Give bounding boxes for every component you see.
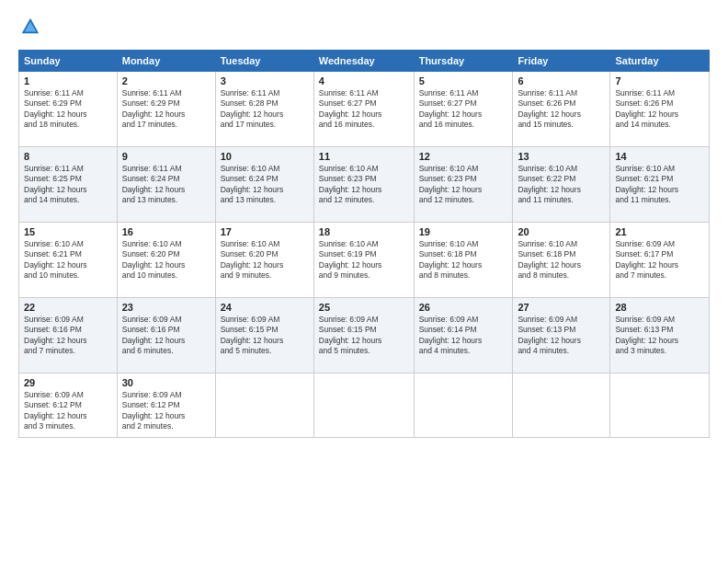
day-number: 7: [615, 75, 704, 86]
calendar-day-cell: 1Sunrise: 6:11 AMSunset: 6:29 PMDaylight…: [19, 72, 118, 147]
calendar-day-cell: 27Sunrise: 6:09 AMSunset: 6:13 PMDayligh…: [513, 298, 610, 373]
day-number: 11: [319, 151, 409, 162]
day-number: 21: [615, 226, 704, 237]
calendar-day-cell: 30Sunrise: 6:09 AMSunset: 6:12 PMDayligh…: [117, 373, 215, 438]
day-info: Sunrise: 6:10 AMSunset: 6:18 PMDaylight:…: [419, 239, 508, 282]
weekday-header: Saturday: [610, 51, 710, 72]
day-number: 13: [518, 151, 605, 162]
day-number: 23: [122, 302, 210, 313]
calendar-day-cell: 10Sunrise: 6:10 AMSunset: 6:24 PMDayligh…: [215, 147, 313, 223]
calendar-day-cell: 8Sunrise: 6:11 AMSunset: 6:25 PMDaylight…: [19, 147, 118, 223]
day-number: 27: [518, 302, 605, 313]
calendar-day-cell: 17Sunrise: 6:10 AMSunset: 6:20 PMDayligh…: [215, 223, 313, 298]
calendar-day-cell: [414, 373, 513, 438]
calendar-day-cell: 12Sunrise: 6:10 AMSunset: 6:23 PMDayligh…: [414, 147, 513, 223]
day-info: Sunrise: 6:09 AMSunset: 6:16 PMDaylight:…: [24, 315, 112, 357]
calendar-day-cell: 6Sunrise: 6:11 AMSunset: 6:26 PMDaylight…: [513, 72, 610, 147]
day-info: Sunrise: 6:09 AMSunset: 6:14 PMDaylight:…: [419, 315, 508, 357]
calendar-day-cell: [215, 373, 313, 438]
day-number: 17: [221, 226, 309, 237]
day-number: 19: [419, 226, 508, 237]
day-number: 12: [419, 151, 508, 162]
day-number: 16: [122, 226, 210, 237]
calendar-day-cell: 5Sunrise: 6:11 AMSunset: 6:27 PMDaylight…: [414, 72, 513, 147]
day-number: 24: [221, 302, 309, 313]
calendar-day-cell: 23Sunrise: 6:09 AMSunset: 6:16 PMDayligh…: [117, 298, 215, 373]
calendar-day-cell: 25Sunrise: 6:09 AMSunset: 6:15 PMDayligh…: [313, 298, 414, 373]
weekday-header: Friday: [513, 51, 610, 72]
calendar-day-cell: [610, 373, 710, 438]
day-info: Sunrise: 6:09 AMSunset: 6:13 PMDaylight:…: [518, 315, 605, 357]
day-info: Sunrise: 6:11 AMSunset: 6:28 PMDaylight:…: [221, 88, 309, 131]
day-number: 22: [24, 302, 112, 313]
calendar-day-cell: 4Sunrise: 6:11 AMSunset: 6:27 PMDaylight…: [313, 72, 414, 147]
logo: [18, 17, 40, 40]
day-info: Sunrise: 6:11 AMSunset: 6:25 PMDaylight:…: [24, 164, 112, 206]
weekday-header: Wednesday: [313, 51, 414, 72]
day-number: 26: [419, 302, 508, 313]
day-info: Sunrise: 6:10 AMSunset: 6:20 PMDaylight:…: [221, 239, 309, 282]
logo-icon: [20, 17, 40, 37]
day-info: Sunrise: 6:11 AMSunset: 6:24 PMDaylight:…: [122, 164, 210, 206]
calendar-day-cell: 9Sunrise: 6:11 AMSunset: 6:24 PMDaylight…: [117, 147, 215, 223]
page: SundayMondayTuesdayWednesdayThursdayFrid…: [0, 0, 728, 563]
calendar-day-cell: 28Sunrise: 6:09 AMSunset: 6:13 PMDayligh…: [610, 298, 710, 373]
calendar-day-cell: 20Sunrise: 6:10 AMSunset: 6:18 PMDayligh…: [513, 223, 610, 298]
day-info: Sunrise: 6:10 AMSunset: 6:20 PMDaylight:…: [122, 239, 210, 282]
calendar-day-cell: 22Sunrise: 6:09 AMSunset: 6:16 PMDayligh…: [19, 298, 118, 373]
calendar-day-cell: 2Sunrise: 6:11 AMSunset: 6:29 PMDaylight…: [117, 72, 215, 147]
calendar-day-cell: 13Sunrise: 6:10 AMSunset: 6:22 PMDayligh…: [513, 147, 610, 223]
day-info: Sunrise: 6:09 AMSunset: 6:12 PMDaylight:…: [122, 390, 210, 432]
day-info: Sunrise: 6:09 AMSunset: 6:17 PMDaylight:…: [615, 239, 704, 282]
day-info: Sunrise: 6:11 AMSunset: 6:29 PMDaylight:…: [122, 88, 210, 131]
day-number: 1: [24, 75, 112, 86]
calendar-day-cell: 21Sunrise: 6:09 AMSunset: 6:17 PMDayligh…: [610, 223, 710, 298]
day-info: Sunrise: 6:10 AMSunset: 6:23 PMDaylight:…: [319, 164, 409, 206]
weekday-header: Monday: [117, 51, 215, 72]
calendar-week-row: 22Sunrise: 6:09 AMSunset: 6:16 PMDayligh…: [19, 298, 710, 373]
calendar-week-row: 8Sunrise: 6:11 AMSunset: 6:25 PMDaylight…: [19, 147, 710, 223]
day-info: Sunrise: 6:09 AMSunset: 6:15 PMDaylight:…: [221, 315, 309, 357]
calendar-day-cell: 7Sunrise: 6:11 AMSunset: 6:26 PMDaylight…: [610, 72, 710, 147]
day-number: 18: [319, 226, 409, 237]
calendar-day-cell: [313, 373, 414, 438]
day-number: 14: [615, 151, 704, 162]
day-info: Sunrise: 6:10 AMSunset: 6:19 PMDaylight:…: [319, 239, 409, 282]
calendar-week-row: 15Sunrise: 6:10 AMSunset: 6:21 PMDayligh…: [19, 223, 710, 298]
day-info: Sunrise: 6:10 AMSunset: 6:18 PMDaylight:…: [518, 239, 605, 282]
day-info: Sunrise: 6:10 AMSunset: 6:21 PMDaylight:…: [24, 239, 112, 282]
calendar-week-row: 1Sunrise: 6:11 AMSunset: 6:29 PMDaylight…: [19, 72, 710, 147]
day-info: Sunrise: 6:11 AMSunset: 6:26 PMDaylight:…: [518, 88, 605, 131]
day-number: 20: [518, 226, 605, 237]
calendar-day-cell: [513, 373, 610, 438]
weekday-header: Tuesday: [215, 51, 313, 72]
day-info: Sunrise: 6:11 AMSunset: 6:29 PMDaylight:…: [24, 88, 112, 131]
day-info: Sunrise: 6:09 AMSunset: 6:15 PMDaylight:…: [319, 315, 409, 357]
calendar-header-row: SundayMondayTuesdayWednesdayThursdayFrid…: [19, 51, 710, 72]
day-number: 28: [615, 302, 704, 313]
calendar-week-row: 29Sunrise: 6:09 AMSunset: 6:12 PMDayligh…: [19, 373, 710, 438]
day-number: 30: [122, 377, 210, 388]
day-number: 2: [122, 75, 210, 86]
day-number: 4: [319, 75, 409, 86]
header: [18, 17, 710, 40]
day-info: Sunrise: 6:10 AMSunset: 6:22 PMDaylight:…: [518, 164, 605, 206]
day-number: 3: [221, 75, 309, 86]
day-info: Sunrise: 6:09 AMSunset: 6:13 PMDaylight:…: [615, 315, 704, 357]
day-info: Sunrise: 6:11 AMSunset: 6:27 PMDaylight:…: [319, 88, 409, 131]
day-number: 10: [221, 151, 309, 162]
day-info: Sunrise: 6:10 AMSunset: 6:23 PMDaylight:…: [419, 164, 508, 206]
calendar-day-cell: 24Sunrise: 6:09 AMSunset: 6:15 PMDayligh…: [215, 298, 313, 373]
day-info: Sunrise: 6:09 AMSunset: 6:12 PMDaylight:…: [24, 390, 112, 432]
day-number: 29: [24, 377, 112, 388]
day-number: 5: [419, 75, 508, 86]
calendar-day-cell: 26Sunrise: 6:09 AMSunset: 6:14 PMDayligh…: [414, 298, 513, 373]
calendar-day-cell: 19Sunrise: 6:10 AMSunset: 6:18 PMDayligh…: [414, 223, 513, 298]
day-number: 8: [24, 151, 112, 162]
day-number: 6: [518, 75, 605, 86]
day-info: Sunrise: 6:11 AMSunset: 6:27 PMDaylight:…: [419, 88, 508, 131]
weekday-header: Thursday: [414, 51, 513, 72]
calendar-table: SundayMondayTuesdayWednesdayThursdayFrid…: [18, 50, 710, 438]
day-number: 15: [24, 226, 112, 237]
calendar-day-cell: 29Sunrise: 6:09 AMSunset: 6:12 PMDayligh…: [19, 373, 118, 438]
